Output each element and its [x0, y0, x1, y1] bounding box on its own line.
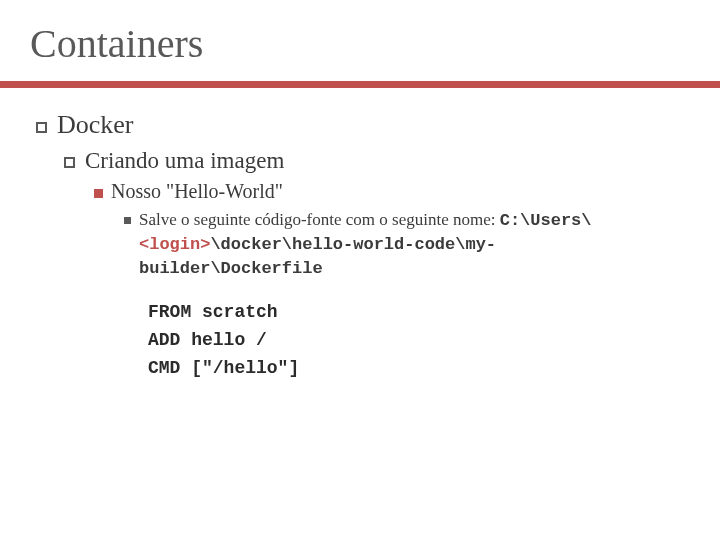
square-outline-icon — [64, 157, 75, 168]
lvl2-text: Criando uma imagem — [85, 148, 284, 174]
code-line-2: ADD hello / — [148, 330, 267, 350]
square-small-icon — [124, 217, 131, 224]
lvl4-intro: Salve o seguinte código-fonte com o segu… — [139, 210, 500, 229]
code-line-1: FROM scratch — [148, 302, 278, 322]
square-outline-icon — [36, 122, 47, 133]
path-prefix: C:\Users\ — [500, 211, 592, 230]
bullet-lvl3: Nosso "Hello-World" — [94, 180, 684, 203]
lvl1-text: Docker — [57, 110, 134, 140]
slide: Containers Docker Criando uma imagem Nos… — [0, 0, 720, 540]
bullet-lvl2: Criando uma imagem — [64, 148, 684, 174]
code-line-3: CMD ["/hello"] — [148, 358, 299, 378]
lvl3-text: Nosso "Hello-World" — [111, 180, 283, 203]
slide-content: Docker Criando uma imagem Nosso "Hello-W… — [36, 110, 684, 382]
lvl4-text: Salve o seguinte código-fonte com o segu… — [139, 209, 659, 281]
bullet-lvl1: Docker — [36, 110, 684, 140]
code-block: FROM scratch ADD hello / CMD ["/hello"] — [148, 299, 684, 383]
square-accent-icon — [94, 189, 103, 198]
bullet-lvl4: Salve o seguinte código-fonte com o segu… — [124, 209, 684, 281]
path-login: <login> — [139, 235, 210, 254]
slide-title: Containers — [30, 20, 684, 67]
title-rule — [0, 81, 720, 88]
